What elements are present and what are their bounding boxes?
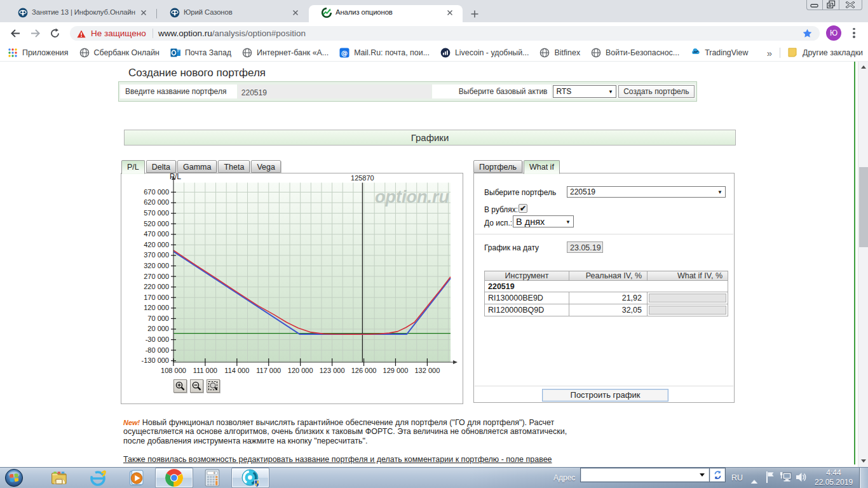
portfolio-select-value: 220519 — [570, 187, 595, 196]
pl-chart[interactable]: 125870option.ru-130 000-80 000-30 00020 … — [121, 173, 463, 403]
svg-text:420 000: 420 000 — [144, 241, 169, 248]
chart-tab-vega[interactable]: Vega — [251, 160, 281, 173]
show-desktop-button[interactable] — [859, 468, 868, 488]
whatif-tab-портфель[interactable]: Портфель — [473, 160, 522, 173]
tab-zanyatie[interactable]: Занятие 13 | Инфоклуб.Онлайн — [5, 5, 156, 22]
scrollbar-up-arrow[interactable] — [858, 63, 868, 72]
taskbar-app-internet-explorer[interactable] — [79, 468, 117, 488]
reload-icon[interactable] — [50, 28, 60, 39]
tab-close-icon[interactable] — [290, 8, 301, 18]
whatif-tab-whatif[interactable]: What if — [524, 160, 560, 174]
bookmark-item[interactable]: Сбербанк Онлайн — [79, 48, 159, 58]
bookmark-item[interactable]: TradingView — [690, 48, 748, 58]
svg-text:270 000: 270 000 — [144, 273, 169, 280]
taskbar-address-input[interactable] — [581, 468, 709, 482]
new-tab-button[interactable] — [469, 8, 480, 20]
chevron-down-icon: ▼ — [717, 189, 722, 195]
scrollbar-down-arrow[interactable] — [858, 457, 868, 466]
volume-icon[interactable] — [795, 471, 808, 486]
portfolio-name-input[interactable] — [238, 85, 431, 98]
bookmark-item[interactable]: Приложения — [8, 48, 69, 58]
taskbar-go-button[interactable] — [710, 468, 725, 482]
language-indicator[interactable]: RU — [731, 473, 743, 482]
url-text[interactable]: www.option.ru/analysis/option#position — [158, 29, 306, 38]
bookmark-item[interactable]: Войти-Безопаснос... — [591, 48, 679, 58]
iv-col-instrument: Инструмент — [485, 271, 569, 281]
bookmark-item[interactable]: @Mail.Ru: почта, пои... — [339, 48, 430, 58]
create-portfolio-form: Введите название портфеля Выберите базов… — [118, 81, 697, 102]
scrollbar-thumb[interactable] — [859, 167, 868, 247]
chart-zoom-controls — [173, 379, 223, 393]
chart-tab-pl[interactable]: P/L — [121, 160, 145, 174]
tray-expand-icon[interactable] — [750, 475, 759, 487]
bookmark-item[interactable]: Bitfinex — [539, 48, 580, 58]
bookmarks-overflow-icon[interactable]: » — [767, 48, 772, 58]
chart-date-input[interactable] — [567, 241, 603, 253]
create-portfolio-button[interactable]: Создать портфель — [618, 85, 695, 98]
tab-yuriy[interactable]: Юрий Сазонов — [157, 5, 308, 22]
bookmark-item[interactable]: Интернет-банк «А... — [242, 48, 329, 58]
bookmark-item[interactable]: Почта Запад — [170, 48, 231, 58]
whatif-iv-input[interactable] — [649, 306, 726, 315]
taskbar-clock[interactable]: 4:44 22.05.2019 — [815, 468, 853, 487]
build-chart-button[interactable]: Построить график — [542, 389, 668, 402]
chart-tab-theta[interactable]: Theta — [218, 160, 250, 173]
close-button[interactable] — [839, 0, 862, 10]
chrome-menu-icon[interactable] — [853, 28, 855, 39]
chart-tab-gamma[interactable]: Gamma — [177, 160, 217, 173]
security-label[interactable]: Не защищено — [91, 29, 146, 38]
svg-text:20 000: 20 000 — [147, 325, 169, 332]
svg-text:126 000: 126 000 — [351, 367, 377, 374]
base-asset-value: RTS — [556, 87, 571, 96]
infoclub-icon — [170, 8, 180, 18]
chrome-toolbar: Не защищено www.option.ru/analysis/optio… — [0, 22, 868, 44]
window-controls — [806, 0, 862, 10]
action-center-flag-icon[interactable] — [765, 470, 776, 487]
separator — [475, 234, 733, 234]
bookmark-star-icon[interactable] — [803, 29, 812, 38]
other-bookmarks[interactable]: Другие закладки — [788, 48, 863, 58]
bookmarks-right: » Другие закладки — [767, 44, 863, 61]
iv-table: Инструмент Реальная IV, % What if IV, % … — [484, 271, 728, 316]
zoom-reset-button[interactable] — [207, 379, 220, 393]
minimize-button[interactable] — [807, 0, 823, 10]
bookmark-label: Bitfinex — [554, 48, 580, 57]
taskbar-app-calculator[interactable]: 0 — [193, 468, 231, 488]
taskbar-app-media-player[interactable] — [117, 468, 155, 488]
portfolio-select[interactable]: 220519 ▼ — [567, 186, 726, 198]
url-path: /analysis/option#position — [212, 29, 306, 38]
tab-title: Анализ опционов — [336, 8, 444, 16]
tab-close-icon[interactable] — [445, 8, 455, 18]
chevron-down-icon: ▼ — [608, 89, 613, 95]
restore-button[interactable] — [823, 0, 839, 10]
chart-tab-delta[interactable]: Delta — [146, 160, 176, 173]
address-bar[interactable]: Не защищено www.option.ru/analysis/optio… — [70, 26, 820, 41]
profile-avatar[interactable]: Ю — [826, 25, 841, 41]
taskbar-app-explorer[interactable] — [41, 468, 79, 488]
page-scrollbar[interactable] — [858, 62, 868, 467]
svg-text:125870: 125870 — [351, 174, 374, 182]
back-icon[interactable] — [10, 28, 21, 39]
whatif-iv-input[interactable] — [649, 294, 726, 302]
taskbar-app-invest-app[interactable] — [231, 468, 269, 488]
whatif-panel: Выберите портфель 220519 ▼ В рублях: ✔ Д… — [473, 173, 735, 403]
taskbar-app-chrome[interactable] — [155, 468, 193, 488]
tab-analiz-opcionov[interactable]: Анализ опционов — [309, 5, 463, 22]
rubles-checkbox[interactable]: ✔ — [519, 204, 527, 213]
svg-text:108 000: 108 000 — [161, 367, 186, 374]
until-exp-select[interactable]: В днях ▼ — [513, 215, 574, 227]
bookmark-item[interactable]: Livecoin - удобный... — [440, 48, 529, 58]
network-icon[interactable] — [780, 471, 792, 486]
base-asset-select[interactable]: RTS ▼ — [553, 85, 616, 98]
graphs-section-header: Графики — [124, 130, 736, 146]
zoom-out-button[interactable] — [190, 379, 203, 393]
svg-text:111 000: 111 000 — [193, 367, 217, 374]
portfolio-name-label: Введите название портфеля — [120, 85, 237, 98]
start-button[interactable] — [4, 468, 24, 487]
tab-close-icon[interactable] — [139, 8, 149, 18]
url-host: www.option.ru — [158, 29, 212, 38]
zoom-in-button[interactable] — [173, 379, 187, 393]
forward-icon[interactable] — [30, 28, 41, 39]
svg-text:123 000: 123 000 — [320, 367, 345, 374]
security-warning-icon[interactable] — [77, 29, 85, 37]
